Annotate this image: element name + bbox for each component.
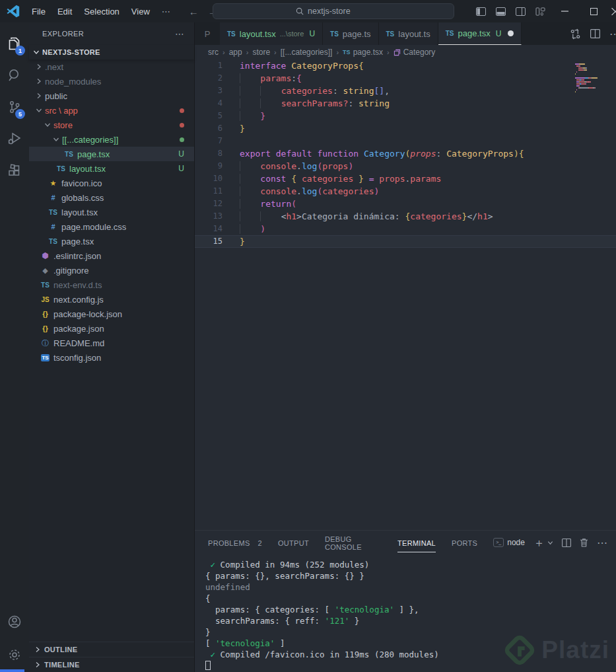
vscode-window: FileEditSelectionView ⋯ ← → 1 [0,0,616,672]
tree-item-src-app[interactable]: src \ app [29,103,194,118]
git-status-badge: U [496,29,502,38]
tree-item-layout.tsx[interactable]: TSlayout.tsxU [29,161,194,176]
tree-item-.eslintrc.json[interactable]: ⬢.eslintrc.json [29,248,194,263]
settings-gear-icon[interactable] [0,638,29,672]
tree-item-page.module.css[interactable]: #page.module.css [29,219,194,234]
breadcrumb-app[interactable]: app [229,48,242,57]
json-braces-icon: {} [40,310,51,318]
code-editor[interactable]: 1interface CategoryProps{2 params:{3 cat… [195,59,616,530]
breadcrumb: src›app›store›[[...categories]]›TSpage.t… [195,45,616,59]
explorer-more-actions-icon[interactable]: ⋯ [175,28,185,39]
tree-item-node-modules[interactable]: node_modules [29,74,194,89]
tree-item-page.tsx[interactable]: TSpage.tsx [29,234,194,248]
breadcrumb--...categories-[interactable]: [[...categories]] [281,48,333,57]
split-editor-icon[interactable] [590,29,600,38]
panel-tab-problems[interactable]: PROBLEMS2 [208,533,262,552]
css-hash-icon: # [48,194,59,202]
breadcrumb-page.tsx[interactable]: TSpage.tsx [343,48,383,57]
tree-item-favicon.ico[interactable]: ★favicon.ico [29,176,194,190]
terminal-dropdown-icon[interactable] [547,540,553,546]
unsaved-dot-icon[interactable] [508,30,514,36]
status-accent-strip [0,669,24,672]
source-control-badge: 5 [15,109,25,119]
tree-item-package.json[interactable]: {}package.json [29,321,194,336]
source-control-icon[interactable]: 5 [0,91,29,123]
explorer-title: EXPLORER [42,30,84,38]
kill-terminal-trash-icon[interactable] [580,538,588,547]
window-minimize-button[interactable] [550,0,579,22]
extensions-icon[interactable] [0,155,29,186]
timeline-section[interactable]: TIMELINE [29,657,194,672]
js-file-icon: JS [40,296,51,303]
command-center-search[interactable] [213,3,454,19]
terminal-cursor [205,661,211,670]
tree-item-.next[interactable]: .next [29,59,194,74]
json-braces-icon: {} [40,324,51,332]
terminal-shell-chip[interactable]: >_ node [493,538,525,547]
editor-tab-page.tsx[interactable]: TSpage.tsxU [438,22,522,45]
breadcrumb-src[interactable]: src [208,48,219,57]
project-root-header[interactable]: NEXTJS-STORE [29,45,194,59]
panel-tab-terminal[interactable]: TERMINAL [397,533,436,552]
menu-edit[interactable]: Edit [51,4,78,19]
explorer-icon[interactable]: 1 [0,28,29,59]
activity-bar: 1 5 [0,22,29,672]
tree-item-layout.tsx[interactable]: TSlayout.tsx [29,205,194,219]
tree-item-page.tsx[interactable]: TSpage.tsxU [29,147,194,161]
code-line-8: 8export default function Category(props:… [195,147,616,160]
customize-layout-icon[interactable] [530,0,550,22]
code-line-3: 3 categories: string[], [195,85,616,97]
menu-view[interactable]: View [125,4,156,19]
new-terminal-icon[interactable]: ＋ [533,535,545,550]
minimap[interactable] [575,63,613,93]
tree-item-[[...categories]][interactable]: [[...categories]] [29,132,194,147]
toggle-secondary-sidebar-icon[interactable] [510,0,530,22]
outline-section[interactable]: OUTLINE [29,642,194,657]
terminal-output[interactable]: ✓ Compiled in 94ms (252 modules){ params… [195,554,616,672]
open-changes-icon[interactable] [570,28,581,40]
tree-item-tsconfig.json[interactable]: TStsconfig.json [29,350,194,365]
ts-file-icon: TS [330,30,339,38]
breadcrumb-Category[interactable]: Category [394,48,436,57]
code-line-4: 4 searchParams?: string [195,97,616,110]
panel-more-actions-icon[interactable]: ⋯ [597,537,607,549]
editor-more-actions-icon[interactable]: ⋯ [609,28,616,40]
search-view-icon[interactable] [0,59,29,91]
tree-item-globals.css[interactable]: #globals.css [29,190,194,205]
run-debug-icon[interactable] [0,123,29,155]
ts-file-icon: TS [227,30,236,38]
code-line-7: 7 [195,135,616,147]
breadcrumb-store[interactable]: store [252,48,270,57]
search-input[interactable] [308,7,371,16]
tree-item-.gitignore[interactable]: ◆.gitignore [29,263,194,278]
menu-selection[interactable]: Selection [78,4,125,19]
split-terminal-icon[interactable] [562,539,571,547]
readme-info-icon: ⓘ [40,338,51,348]
toggle-sidebar-icon[interactable] [471,0,491,22]
timeline-label: TIMELINE [44,661,80,669]
nav-back-icon[interactable]: ← [189,6,199,17]
panel-tab-output[interactable]: OUTPUT [278,533,309,552]
tree-item-package-lock.json[interactable]: {}package-lock.json [29,307,194,321]
window-close-button[interactable] [608,0,616,22]
account-icon[interactable] [0,606,29,638]
menu-file[interactable]: File [26,4,51,19]
panel-tab-debug-console[interactable]: DEBUG CONSOLE [325,529,382,556]
ts-file-icon: TS [386,30,395,38]
panel-tab-ports[interactable]: PORTS [452,533,477,552]
css-hash-icon: # [48,223,59,231]
terminal-line: params: { categories: [ 'tecnologia' ] }… [205,604,616,615]
window-maximize-button[interactable] [579,0,608,22]
editor-tab-page.ts[interactable]: TSpage.ts [323,22,378,45]
tree-item-next-env.d.ts[interactable]: TSnext-env.d.ts [29,278,194,292]
editor-tab-layout.tsx[interactable]: TSlayout.tsx...\storeU [220,22,323,45]
terminal-line: undefined [205,581,616,593]
tree-item-next.config.js[interactable]: JSnext.config.js [29,292,194,307]
editor-tab-layout.ts[interactable]: TSlayout.ts [379,22,438,45]
menu-more-button[interactable]: ⋯ [156,4,177,19]
tree-item-public[interactable]: public [29,89,194,103]
problems-count: 2 [258,539,262,547]
toggle-panel-icon[interactable] [491,0,510,22]
tree-item-README.md[interactable]: ⓘREADME.md [29,336,194,350]
tree-item-store[interactable]: store [29,118,194,132]
